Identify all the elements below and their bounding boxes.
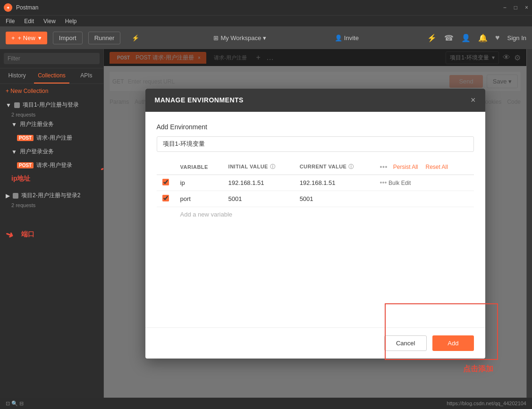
heart-icon[interactable]: ♥ bbox=[495, 33, 500, 42]
status-url: https://blog.csdn.net/qq_44202104 bbox=[447, 401, 526, 406]
collection-item-register-req[interactable]: POST 请求-用户注册 bbox=[0, 131, 103, 145]
arrow-annotation-3: ➜ bbox=[4, 228, 15, 241]
plus-icon: + bbox=[11, 34, 15, 42]
collection-item-register-biz[interactable]: ▼ 用户注册业务 bbox=[0, 117, 103, 131]
workspace-button[interactable]: ⊞ My Workspace ▾ bbox=[213, 34, 266, 42]
app-logo: ✦ bbox=[4, 3, 12, 12]
info-icon-initial: ⓘ bbox=[270, 164, 276, 169]
env-variables-table: VARIABLE INITIAL VALUE ⓘ CURRENT VALUE ⓘ bbox=[157, 159, 474, 222]
sidebar-tabs: History Collections APIs bbox=[0, 68, 103, 84]
col-initial-value: INITIAL VALUE ⓘ bbox=[223, 159, 294, 175]
tab-apis[interactable]: APIs bbox=[69, 68, 103, 83]
row2-initial-cell: 5001 bbox=[223, 191, 294, 207]
folder-color-icon bbox=[14, 102, 20, 108]
extra-button[interactable]: ⚡ bbox=[126, 32, 145, 44]
search-input[interactable] bbox=[4, 53, 100, 64]
row2-variable: port bbox=[180, 195, 191, 202]
add-row-cell[interactable]: Add a new variable bbox=[175, 207, 374, 222]
collection-name-5: 项目2-用户注册与登录2 bbox=[21, 192, 80, 200]
dropdown-arrow-icon: ▾ bbox=[38, 34, 42, 42]
row2-variable-cell: port bbox=[175, 191, 223, 207]
menu-view[interactable]: View bbox=[43, 18, 56, 25]
collection-item-project1[interactable]: ▼ 项目1-用户注册与登录 bbox=[0, 98, 103, 112]
close-button[interactable]: × bbox=[525, 4, 528, 11]
three-dots-icon[interactable]: ••• bbox=[380, 163, 388, 171]
collection-item-login-req[interactable]: POST 请求-用户登录 bbox=[0, 159, 103, 172]
add-annotation: 点击添加 bbox=[463, 364, 493, 374]
row2-current-value: 5001 bbox=[300, 195, 313, 202]
new-label: + New bbox=[18, 34, 35, 42]
row1-check-cell bbox=[157, 175, 175, 191]
tab-collections[interactable]: Collections bbox=[34, 68, 69, 83]
headphone-icon[interactable]: ☎ bbox=[444, 33, 454, 42]
row1-current-cell: 192.168.1.51 bbox=[294, 175, 374, 191]
row1-variable-cell: ip bbox=[175, 175, 223, 191]
new-button[interactable]: + + New ▾ bbox=[6, 32, 47, 44]
ip-annotation: ip地址 bbox=[6, 174, 36, 183]
info-icon-current: ⓘ bbox=[348, 164, 354, 169]
col-check bbox=[157, 159, 175, 175]
row2-current-cell: 5001 bbox=[294, 191, 374, 207]
menu-edit[interactable]: Edit bbox=[24, 18, 34, 25]
manage-environments-modal: MANAGE ENVIRONMENTS × Add Environment VA… bbox=[145, 89, 485, 359]
runner-button[interactable]: Runner bbox=[88, 32, 121, 44]
row1-current-value: 192.168.1.51 bbox=[300, 179, 336, 186]
modal-footer: Cancel Add bbox=[145, 327, 485, 359]
col-current-value: CURRENT VALUE ⓘ bbox=[294, 159, 374, 175]
title-bar: ✦ Postman − □ × bbox=[0, 0, 532, 15]
right-panel bbox=[526, 49, 532, 398]
modal-close-button[interactable]: × bbox=[471, 95, 476, 105]
modal-body: Add Environment VARIABLE INITIAL VALUE ⓘ bbox=[145, 112, 485, 233]
signin-button[interactable]: Sign In bbox=[507, 34, 526, 42]
minimize-button[interactable]: − bbox=[503, 4, 507, 11]
post-badge: POST bbox=[17, 135, 34, 141]
add-row-check bbox=[157, 207, 175, 222]
window-controls[interactable]: − □ × bbox=[503, 4, 528, 11]
maximize-button[interactable]: □ bbox=[514, 4, 517, 11]
port-annotation: 端口 bbox=[16, 229, 40, 240]
env-name-input[interactable] bbox=[157, 136, 474, 152]
menu-file[interactable]: File bbox=[6, 18, 15, 25]
invite-button[interactable]: 👤 Invite bbox=[335, 34, 359, 42]
collection-requests-count-2: 2 requests bbox=[0, 202, 103, 208]
add-variable-row: Add a new variable bbox=[157, 207, 474, 222]
post-badge-2: POST bbox=[17, 162, 34, 168]
top-toolbar: + + New ▾ Import Runner ⚡ ⊞ My Workspace… bbox=[0, 26, 532, 49]
new-collection-button[interactable]: + New Collection bbox=[0, 84, 103, 98]
lightning-icon[interactable]: ⚡ bbox=[427, 33, 437, 42]
add-button[interactable]: Add bbox=[432, 335, 473, 351]
collection-requests-count: 2 requests bbox=[0, 112, 103, 117]
invite-label: Invite bbox=[344, 34, 359, 42]
person2-icon[interactable]: 👤 bbox=[461, 33, 471, 42]
workspace-label: My Workspace bbox=[220, 34, 261, 42]
row2-checkbox[interactable] bbox=[162, 195, 169, 201]
modal-overlay: MANAGE ENVIRONMENTS × Add Environment VA… bbox=[104, 49, 526, 398]
import-button[interactable]: Import bbox=[53, 32, 83, 44]
status-bar: ⊡ 🔍 ⊟ https://blog.csdn.net/qq_44202104 bbox=[0, 398, 532, 409]
bulk-edit-button[interactable]: Bulk Edit bbox=[388, 180, 411, 186]
row2-actions-cell bbox=[374, 191, 474, 207]
reset-all-button[interactable]: Reset All bbox=[424, 164, 450, 170]
person-icon: 👤 bbox=[335, 34, 342, 42]
row1-more-icon[interactable]: ••• bbox=[380, 179, 387, 186]
folder-icon-4: ▶ bbox=[6, 192, 10, 199]
persist-all-button[interactable]: Persist All bbox=[391, 164, 420, 170]
tab-history[interactable]: History bbox=[0, 68, 34, 83]
cancel-button[interactable]: Cancel bbox=[384, 335, 427, 351]
ip-annotation-container: ip地址 ➜ bbox=[0, 172, 103, 185]
bell-icon[interactable]: 🔔 bbox=[478, 33, 488, 42]
row1-checkbox[interactable] bbox=[162, 179, 169, 185]
row2-check-cell bbox=[157, 191, 175, 207]
folder-color-icon-2 bbox=[13, 193, 18, 199]
row1-initial-cell: 192.168.1.51 bbox=[223, 175, 294, 191]
collection-item-login-biz[interactable]: ▼ 用户登录业务 ➜ bbox=[0, 145, 103, 159]
collection-item-project2[interactable]: ▶ 项目2-用户注册与登录2 bbox=[0, 189, 103, 202]
folder-icon-3: ▼ bbox=[11, 149, 17, 155]
content-area: POST POST 请求-用户注册册 × 请求-用户注册 + … 项目1-环境变… bbox=[104, 49, 526, 398]
menu-help[interactable]: Help bbox=[65, 18, 77, 25]
modal-title: MANAGE ENVIRONMENTS bbox=[155, 96, 244, 104]
sidebar: History Collections APIs + New Collectio… bbox=[0, 49, 104, 398]
grid-icon: ⊞ bbox=[213, 34, 219, 42]
toolbar-icons: ⚡ ☎ 👤 🔔 ♥ Sign In bbox=[427, 33, 526, 42]
request-name: 请求-用户注册 bbox=[36, 134, 72, 142]
